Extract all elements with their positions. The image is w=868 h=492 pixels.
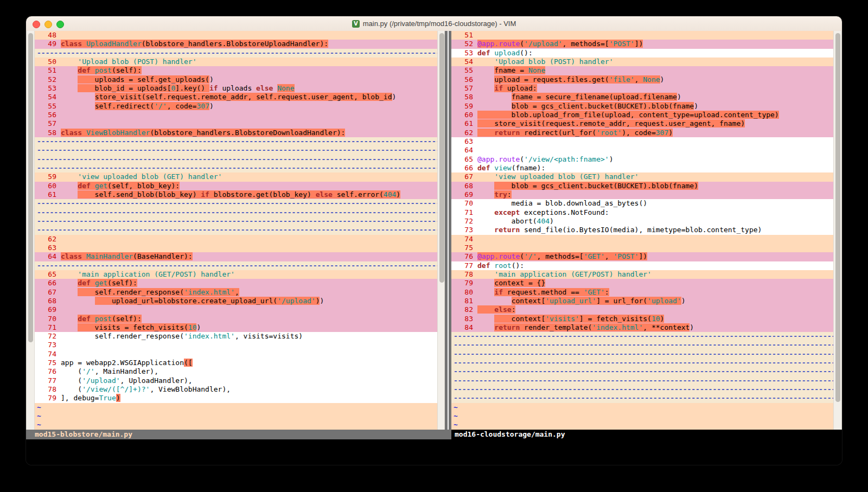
code-line[interactable]: 70 def post(self): <box>35 315 437 323</box>
line-number: 71 <box>454 208 477 217</box>
left-editor-pane[interactable]: 4849class UploadHandler(blobstore_handle… <box>35 31 437 430</box>
diff-filler-line: ----------------------------------------… <box>35 137 437 146</box>
command-line-area[interactable] <box>26 439 842 465</box>
code-line[interactable]: 74 <box>451 235 833 244</box>
code-line[interactable]: 75app = webapp2.WSGIApplication([ <box>35 359 437 367</box>
line-number: 63 <box>454 137 477 146</box>
code-line[interactable]: 78 'main application (GET/POST) handler' <box>451 270 833 279</box>
code-line[interactable]: 51 <box>451 31 833 40</box>
code-line[interactable]: 63 <box>35 244 437 252</box>
code-line[interactable]: 61 self.send_blob(blob_key) if blobstore… <box>35 190 437 199</box>
code-line[interactable]: 57 if upload: <box>451 84 833 93</box>
code-line[interactable]: 81 context['upload_url'] = url_for('uplo… <box>451 297 833 305</box>
line-number: 49 <box>37 40 61 48</box>
code-line[interactable]: 83 context['visits'] = fetch_visits(10) <box>451 315 833 323</box>
code-line[interactable]: 57 <box>35 119 437 128</box>
code-line[interactable]: 67 'view uploaded blob (GET) handler' <box>451 172 833 181</box>
left-scrollbar-track[interactable] <box>26 31 35 430</box>
code-line[interactable]: 72 abort(404) <box>451 217 833 226</box>
line-number: 74 <box>37 350 61 359</box>
line-number: 54 <box>37 93 61 101</box>
code-line[interactable]: 50 'Upload blob (POST) handler' <box>35 57 437 66</box>
code-line[interactable]: 59 blob = gcs_client.bucket(BUCKET).blob… <box>451 102 833 111</box>
code-line[interactable]: 72 self.render_response('index.html', vi… <box>35 332 437 341</box>
code-line[interactable]: 79 context = {} <box>451 279 833 287</box>
code-line[interactable]: 73 return send_file(io.BytesIO(media), m… <box>451 226 833 234</box>
code-line[interactable]: 66def view(fname): <box>451 164 833 172</box>
code-line[interactable]: 63 <box>451 137 833 146</box>
left-scrollbar-thumb[interactable] <box>28 33 33 342</box>
code-line[interactable]: 56 upload = request.files.get('file', No… <box>451 75 833 84</box>
left-status-line[interactable]: mod15-blobstore/main.py <box>26 430 445 439</box>
code-line[interactable]: 77 ('/upload', UploadHandler), <box>35 376 437 385</box>
code-line[interactable]: 58class ViewBlobHandler(blobstore_handle… <box>35 129 437 137</box>
code-line[interactable]: 53def upload(): <box>451 49 833 57</box>
code-line[interactable]: 68 blob = gcs_client.bucket(BUCKET).blob… <box>451 182 833 190</box>
code-line[interactable]: 78 ('/view/([^/]+)?', ViewBlobHandler), <box>35 385 437 394</box>
code-line[interactable]: 65 'main application (GET/POST) handler' <box>35 270 437 279</box>
code-line[interactable]: 71 except exceptions.NotFound: <box>451 208 833 217</box>
code-line[interactable]: 65@app.route('/view/<path:fname>') <box>451 155 833 164</box>
empty-buffer-line: ~ <box>451 420 833 429</box>
code-line[interactable]: 69 try: <box>451 190 833 199</box>
code-line[interactable]: 56 <box>35 111 437 119</box>
line-number: 84 <box>454 323 477 332</box>
line-number: 64 <box>454 146 477 155</box>
code-line[interactable]: 79], debug=True) <box>35 394 437 402</box>
minimize-button[interactable] <box>44 21 52 28</box>
code-line[interactable]: 75 <box>451 244 833 252</box>
right-status-line[interactable]: mod16-cloudstorage/main.py <box>451 430 842 439</box>
code-line[interactable]: 70 media = blob.download_as_bytes() <box>451 199 833 208</box>
middle-scrollbar-thumb[interactable] <box>439 33 444 283</box>
right-editor-pane[interactable]: 5152@app.route('/upload', methods=['POST… <box>451 31 833 430</box>
code-line[interactable]: 52 uploads = self.get_uploads() <box>35 75 437 84</box>
code-line[interactable]: 60 blob.upload_from_file(upload, content… <box>451 111 833 119</box>
right-scrollbar-track[interactable] <box>833 31 842 430</box>
code-line[interactable]: 64 <box>451 146 833 155</box>
code-line[interactable]: 58 fname = secure_filename(upload.filena… <box>451 93 833 101</box>
code-line[interactable]: 55 fname = None <box>451 66 833 75</box>
code-line[interactable]: 64class MainHandler(BaseHandler): <box>35 252 437 261</box>
line-number: 75 <box>37 359 61 367</box>
code-line[interactable]: 59 'view uploaded blob (GET) handler' <box>35 172 437 181</box>
code-line[interactable]: 53 blob_id = uploads[0].key() if uploads… <box>35 84 437 93</box>
code-line[interactable]: 67 self.render_response('index.html', <box>35 288 437 297</box>
code-line[interactable]: 60 def get(self, blob_key): <box>35 182 437 190</box>
line-number: 73 <box>454 226 477 234</box>
line-number: 76 <box>454 252 477 261</box>
code-line[interactable]: 61 store_visit(request.remote_addr, requ… <box>451 119 833 128</box>
code-line[interactable]: 54 'Upload blob (POST) handler' <box>451 57 833 66</box>
line-number: 78 <box>454 270 477 279</box>
code-line[interactable]: 74 <box>35 350 437 359</box>
vertical-split-bar[interactable] <box>445 31 451 430</box>
code-line[interactable]: 82 else: <box>451 305 833 314</box>
code-line[interactable]: 77def root(): <box>451 261 833 270</box>
code-line[interactable]: 66 def get(self): <box>35 279 437 287</box>
code-line[interactable]: 49class UploadHandler(blobstore_handlers… <box>35 40 437 48</box>
code-line[interactable]: 54 store_visit(self.request.remote_addr,… <box>35 93 437 101</box>
code-line[interactable]: 76@app.route('/', methods=['GET', 'POST'… <box>451 252 833 261</box>
line-number: 81 <box>454 297 477 305</box>
code-line[interactable]: 76 ('/', MainHandler), <box>35 367 437 376</box>
line-number: 60 <box>454 111 477 119</box>
middle-scrollbar-track[interactable] <box>437 31 445 430</box>
line-number: 76 <box>37 367 61 376</box>
code-line[interactable]: 68 upload_url=blobstore.create_upload_ur… <box>35 297 437 305</box>
code-line[interactable]: 73 <box>35 341 437 349</box>
code-line[interactable]: 69 <box>35 305 437 314</box>
code-line[interactable]: 55 self.redirect('/', code=307) <box>35 102 437 111</box>
zoom-button[interactable] <box>56 21 64 28</box>
code-line[interactable]: 62 return redirect(url_for('root'), code… <box>451 129 833 137</box>
code-line[interactable]: 84 return render_template('index.html', … <box>451 323 833 332</box>
right-scrollbar-thumb[interactable] <box>835 33 840 402</box>
code-line[interactable]: 62 <box>35 235 437 244</box>
code-line[interactable]: 80 if request.method == 'GET': <box>451 288 833 297</box>
code-line[interactable]: 51 def post(self): <box>35 66 437 75</box>
code-line[interactable]: 48 <box>35 31 437 40</box>
diff-filler-line: ----------------------------------------… <box>35 226 437 234</box>
diff-filler-line: ----------------------------------------… <box>451 341 833 349</box>
title-bar[interactable]: V main.py (/private/tmp/mod16-cloudstora… <box>26 16 842 31</box>
code-line[interactable]: 52@app.route('/upload', methods=['POST']… <box>451 40 833 48</box>
close-button[interactable] <box>33 21 40 28</box>
code-line[interactable]: 71 visits = fetch_visits(10) <box>35 323 437 332</box>
